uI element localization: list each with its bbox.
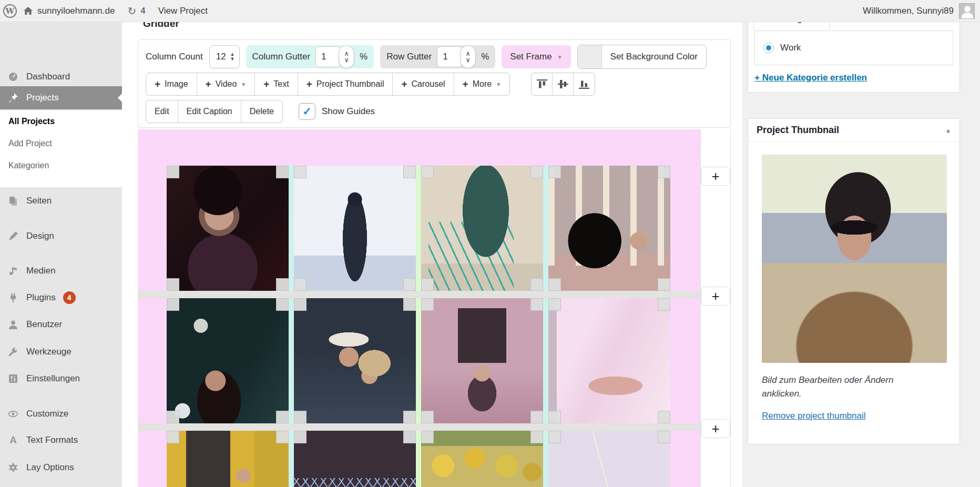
align-bottom-button[interactable]	[574, 73, 595, 95]
resize-handle[interactable]	[294, 166, 307, 178]
resize-handle[interactable]	[658, 298, 670, 311]
collapse-menu-button[interactable]: Menü einklappen	[0, 484, 122, 487]
grid-photo-1-2[interactable]	[294, 166, 416, 291]
resize-handle[interactable]	[167, 431, 179, 443]
resize-handle[interactable]	[548, 166, 561, 178]
welcome-text[interactable]: Willkommen, Sunnyi89	[863, 6, 954, 16]
resize-handle[interactable]	[421, 431, 434, 443]
resize-handle[interactable]	[421, 411, 434, 423]
resize-handle[interactable]	[167, 278, 179, 291]
resize-handle[interactable]	[530, 411, 543, 423]
column-count-stepper[interactable]: 12 ▲▼	[209, 45, 240, 68]
submenu-kategorien[interactable]: Kategorien	[0, 155, 122, 177]
resize-handle[interactable]	[530, 298, 543, 311]
grid-photo-3-1[interactable]	[167, 431, 289, 487]
resize-handle[interactable]	[548, 298, 561, 311]
resize-handle[interactable]	[658, 411, 670, 423]
show-guides-checkbox[interactable]: ✓	[299, 103, 315, 120]
resize-handle[interactable]	[403, 431, 416, 443]
sidebar-item-text-formats[interactable]: A Text Formats	[0, 430, 122, 451]
delete-button[interactable]: Delete	[241, 100, 282, 123]
resize-handle[interactable]	[403, 166, 416, 178]
resize-handle[interactable]	[276, 431, 289, 443]
resize-handle[interactable]	[167, 166, 179, 178]
grid-photo-1-4[interactable]	[548, 166, 670, 291]
sidebar-item-medien[interactable]: Medien	[0, 260, 122, 281]
updates-menu[interactable]: ↻ 4	[121, 0, 151, 22]
sidebar-item-dashboard[interactable]: Dashboard	[0, 66, 122, 87]
set-background-color-button[interactable]: Set Background Color	[577, 45, 707, 69]
project-thumbnail-header[interactable]: Project Thumbnail ▲	[748, 119, 959, 142]
sidebar-item-lay-options[interactable]: Lay Options	[0, 457, 122, 478]
row-gutter-stepper[interactable]: ∧∨	[460, 45, 476, 68]
background-color-swatch[interactable]	[578, 45, 602, 68]
sidebar-item-benutzer[interactable]: Benutzer	[0, 314, 122, 335]
row-gutter-input[interactable]: 1	[437, 46, 462, 67]
resize-handle[interactable]	[294, 431, 307, 443]
set-frame-button[interactable]: Set Frame ▼	[502, 45, 570, 68]
add-more-button[interactable]: + More ▼	[454, 73, 509, 95]
add-text-button[interactable]: + Text	[255, 73, 298, 95]
resize-handle[interactable]	[294, 278, 307, 291]
submenu-add-project[interactable]: Add Project	[0, 133, 122, 155]
sidebar-item-projects[interactable]: Projects	[0, 86, 122, 109]
resize-handle[interactable]	[276, 411, 289, 423]
resize-handle[interactable]	[658, 278, 670, 291]
grid-photo-3-4[interactable]	[548, 431, 670, 487]
resize-handle[interactable]	[421, 298, 434, 311]
resize-handle[interactable]	[530, 431, 543, 443]
grid-photo-3-3[interactable]	[421, 431, 543, 487]
add-row-button[interactable]: +	[701, 419, 730, 438]
resize-handle[interactable]	[276, 298, 289, 311]
spinner-arrows-icon[interactable]: ▲▼	[230, 52, 235, 62]
align-top-button[interactable]	[532, 73, 553, 95]
resize-handle[interactable]	[167, 411, 179, 423]
grid-photo-2-4[interactable]	[548, 298, 670, 423]
resize-handle[interactable]	[530, 166, 543, 178]
sidebar-item-werkzeuge[interactable]: Werkzeuge	[0, 341, 122, 362]
wordpress-logo-icon[interactable]: W	[3, 4, 17, 18]
sidebar-item-design[interactable]: Design	[0, 226, 122, 247]
resize-handle[interactable]	[548, 411, 561, 423]
resize-handle[interactable]	[403, 411, 416, 423]
resize-handle[interactable]	[276, 278, 289, 291]
resize-handle[interactable]	[421, 278, 434, 291]
submenu-all-projects[interactable]: All Projects	[0, 110, 122, 133]
resize-handle[interactable]	[548, 431, 561, 443]
add-project-thumbnail-button[interactable]: + Project Thumbnail	[298, 73, 393, 95]
grid-background[interactable]	[138, 129, 700, 487]
edit-button[interactable]: Edit	[146, 100, 178, 123]
edit-caption-button[interactable]: Edit Caption	[178, 100, 241, 123]
column-gutter-input[interactable]: 1	[315, 46, 341, 67]
resize-handle[interactable]	[530, 278, 543, 291]
resize-handle[interactable]	[548, 278, 561, 291]
align-middle-button[interactable]	[553, 73, 574, 95]
resize-handle[interactable]	[294, 411, 307, 423]
resize-handle[interactable]	[403, 278, 416, 291]
resize-handle[interactable]	[403, 298, 416, 311]
grid-photo-1-3[interactable]	[421, 166, 543, 291]
grid-photo-1-1[interactable]	[167, 166, 289, 291]
grid-photo-2-3[interactable]	[421, 298, 543, 423]
project-thumbnail-image[interactable]	[762, 155, 947, 363]
add-image-button[interactable]: + Image	[146, 73, 197, 95]
sidebar-item-einstellungen[interactable]: Einstellungen	[0, 368, 122, 389]
grid-photo-2-1[interactable]	[167, 298, 289, 423]
resize-handle[interactable]	[658, 166, 670, 178]
resize-handle[interactable]	[658, 431, 670, 443]
column-gutter-stepper[interactable]: ∧∨	[339, 45, 354, 68]
add-new-category-link[interactable]: + Neue Kategorie erstellen	[754, 73, 867, 83]
resize-handle[interactable]	[276, 166, 289, 178]
category-radio-work[interactable]	[763, 43, 774, 53]
sidebar-item-seiten[interactable]: Seiten	[0, 190, 122, 211]
view-project-link[interactable]: View Project	[152, 0, 214, 22]
panel-collapse-icon[interactable]: ▲	[945, 127, 951, 134]
add-video-button[interactable]: + Video ▼	[197, 73, 256, 95]
add-row-button[interactable]: +	[701, 167, 730, 186]
resize-handle[interactable]	[294, 298, 307, 311]
resize-handle[interactable]	[167, 298, 179, 311]
user-avatar[interactable]	[959, 3, 975, 19]
site-menu[interactable]: sunnyiloehmann.de	[17, 0, 121, 22]
sidebar-item-customize[interactable]: Customize	[0, 403, 122, 424]
remove-project-thumbnail-link[interactable]: Remove project thumbnail	[762, 411, 865, 421]
